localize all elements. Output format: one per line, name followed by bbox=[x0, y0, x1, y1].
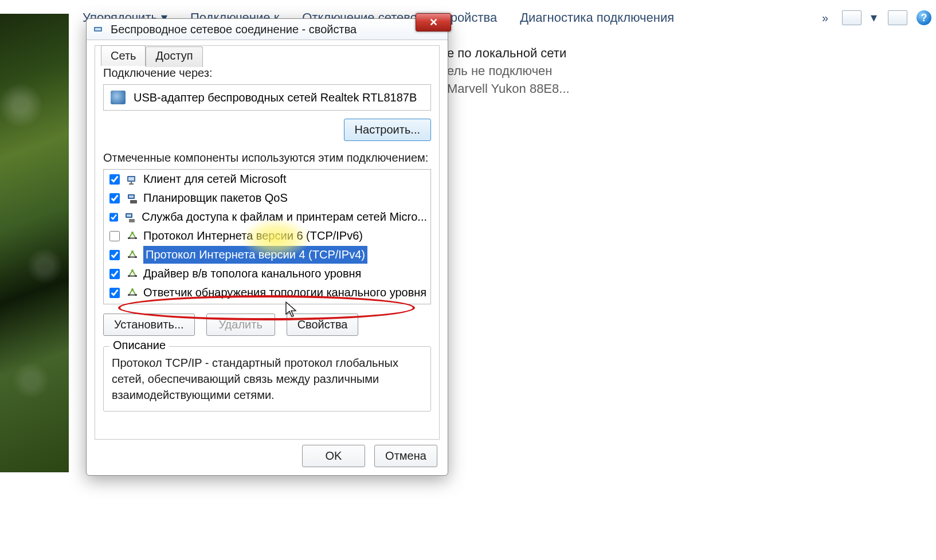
svg-point-14 bbox=[135, 237, 136, 238]
proto-icon bbox=[126, 268, 139, 280]
component-label: Планировщик пакетов QoS bbox=[143, 189, 288, 207]
component-label: Протокол Интернета версии 4 (TCP/IPv4) bbox=[143, 246, 367, 264]
cancel-button[interactable]: Отмена bbox=[374, 445, 437, 467]
svg-point-17 bbox=[128, 256, 130, 257]
ok-button[interactable]: OK bbox=[302, 445, 365, 467]
svg-point-23 bbox=[131, 269, 134, 272]
svg-point-19 bbox=[131, 250, 134, 253]
install-button[interactable]: Установить... bbox=[103, 314, 195, 336]
tab-panel-network: Подключение через: USB-адаптер беспровод… bbox=[103, 66, 431, 431]
description-text: Протокол TCP/IP - стандартный протокол г… bbox=[112, 355, 422, 403]
component-checkbox[interactable] bbox=[109, 269, 120, 279]
component-row[interactable]: Служба доступа к файлам и принтерам сете… bbox=[104, 207, 430, 226]
svg-point-22 bbox=[135, 275, 136, 276]
tabs: Сеть Доступ bbox=[101, 45, 203, 66]
component-row[interactable]: Клиент для сетей Microsoft bbox=[104, 170, 430, 189]
network-adapter-icon bbox=[92, 24, 104, 35]
client-icon bbox=[126, 174, 139, 185]
fshare-icon bbox=[124, 212, 137, 223]
svg-rect-10 bbox=[127, 214, 131, 217]
svg-point-13 bbox=[128, 237, 130, 238]
component-checkbox[interactable] bbox=[109, 174, 120, 185]
dialog-titlebar[interactable]: Беспроводное сетевое соединение - свойст… bbox=[87, 19, 448, 40]
svg-rect-1 bbox=[95, 28, 101, 30]
svg-rect-4 bbox=[131, 182, 132, 183]
tab-access[interactable]: Доступ bbox=[146, 46, 202, 67]
adapter-display[interactable]: USB-адаптер беспроводных сетей Realtek R… bbox=[103, 84, 431, 111]
component-checkbox[interactable] bbox=[109, 231, 120, 241]
svg-point-25 bbox=[128, 293, 130, 295]
svg-rect-5 bbox=[129, 183, 134, 185]
svg-rect-11 bbox=[129, 219, 135, 222]
view-mode-icon[interactable] bbox=[842, 10, 861, 25]
proto-icon bbox=[126, 230, 139, 242]
connection-properties-dialog: Беспроводное сетевое соединение - свойст… bbox=[86, 18, 448, 476]
qos-icon bbox=[126, 193, 139, 204]
toolbar-overflow-icon[interactable]: » bbox=[822, 11, 828, 25]
svg-rect-7 bbox=[129, 195, 134, 198]
components-label: Отмеченные компоненты используются этим … bbox=[103, 151, 431, 165]
component-row[interactable]: Драйвер в/в тополога канального уровня bbox=[104, 264, 430, 283]
component-row[interactable]: Планировщик пакетов QoS bbox=[104, 189, 430, 207]
svg-rect-8 bbox=[130, 200, 137, 203]
component-label: Служба доступа к файлам и принтерам сете… bbox=[142, 208, 427, 226]
uninstall-button: Удалить bbox=[206, 314, 275, 336]
svg-point-26 bbox=[135, 293, 136, 295]
dialog-body: Сеть Доступ Подключение через: USB-адапт… bbox=[95, 45, 440, 440]
dialog-title: Беспроводное сетевое соединение - свойст… bbox=[111, 23, 357, 36]
component-label: Ответчик обнаружения топологии канальног… bbox=[143, 284, 426, 301]
components-list[interactable]: Клиент для сетей MicrosoftПланировщик па… bbox=[103, 169, 431, 304]
component-row[interactable]: Протокол Интернета версии 4 (TCP/IPv4) bbox=[104, 245, 430, 264]
component-row[interactable]: Протокол Интернета версии 6 (TCP/IPv6) bbox=[104, 226, 430, 245]
component-checkbox[interactable] bbox=[109, 212, 118, 222]
desktop: Упорядочить ▾ Подключение к Отключение с… bbox=[0, 0, 936, 560]
proto-icon bbox=[126, 249, 139, 261]
preview-pane-icon[interactable] bbox=[888, 10, 907, 25]
proto-icon bbox=[126, 287, 139, 299]
lan-status: ель не подключен bbox=[447, 62, 570, 80]
svg-point-27 bbox=[131, 288, 134, 291]
svg-rect-3 bbox=[128, 177, 134, 181]
component-row[interactable]: Ответчик обнаружения топологии канальног… bbox=[104, 283, 430, 302]
component-checkbox[interactable] bbox=[109, 250, 120, 260]
adapter-icon bbox=[111, 91, 126, 104]
svg-point-21 bbox=[128, 275, 130, 276]
description-group: Описание Протокол TCP/IP - стандартный п… bbox=[103, 346, 431, 412]
configure-button[interactable]: Настроить... bbox=[344, 119, 431, 141]
properties-button[interactable]: Свойства bbox=[287, 314, 359, 336]
help-icon[interactable]: ? bbox=[917, 10, 931, 25]
lan-adapter: Marvell Yukon 88E8... bbox=[447, 80, 570, 98]
component-checkbox[interactable] bbox=[109, 288, 120, 298]
close-icon: ✕ bbox=[429, 16, 438, 29]
wallpaper bbox=[0, 14, 69, 472]
tab-network[interactable]: Сеть bbox=[101, 45, 146, 66]
component-checkbox[interactable] bbox=[109, 193, 120, 203]
svg-point-18 bbox=[135, 256, 136, 257]
adapter-name: USB-адаптер беспроводных сетей Realtek R… bbox=[134, 91, 417, 104]
lan-connection-item[interactable]: е по локальной сети ель не подключен Mar… bbox=[447, 45, 570, 97]
toolbar-diagnose[interactable]: Диагностика подключения bbox=[520, 10, 674, 25]
view-mode-dropdown-icon[interactable]: ▾ bbox=[871, 14, 879, 22]
close-button[interactable]: ✕ bbox=[416, 13, 451, 32]
lan-title: е по локальной сети bbox=[447, 45, 570, 62]
component-label: Драйвер в/в тополога канального уровня bbox=[143, 265, 361, 283]
component-label: Протокол Интернета версии 6 (TCP/IPv6) bbox=[143, 227, 363, 245]
description-label: Описание bbox=[109, 339, 169, 352]
component-label: Клиент для сетей Microsoft bbox=[143, 170, 286, 188]
svg-point-15 bbox=[131, 232, 134, 234]
connect-using-label: Подключение через: bbox=[103, 66, 431, 80]
